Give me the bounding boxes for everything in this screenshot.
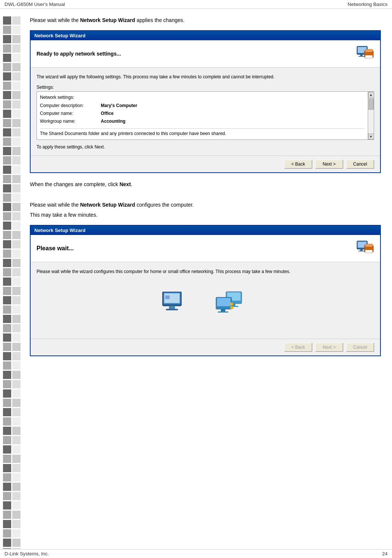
svg-rect-17 <box>166 309 178 310</box>
workgroup-value: Accounting <box>101 119 125 124</box>
dialog2-body: Please wait... Please wait while the w <box>31 235 380 355</box>
svg-rect-9 <box>360 249 363 251</box>
apply-text: To apply these settings, click Next. <box>37 144 374 150</box>
section3-bold: Network Setup Wizard <box>80 202 135 208</box>
section1-intro-bold: Network Setup Wizard <box>80 17 135 23</box>
settings-box-inner: Network settings: Computer description: … <box>40 95 371 136</box>
section3-text2: This may take a few minutes. <box>30 211 381 219</box>
section1-intro: Please wait while the Network Setup Wiza… <box>30 16 381 24</box>
dialog1-header-text: Ready to apply network settings... <box>37 51 121 57</box>
footer-right: 24 <box>382 551 388 557</box>
left-decoration <box>0 13 26 557</box>
svg-rect-13 <box>365 250 373 253</box>
wizard-icon-2 <box>356 239 374 257</box>
network-setup-wizard-dialog-2: Network Setup Wizard Please wait... <box>30 225 381 356</box>
svg-point-28 <box>230 302 233 305</box>
computer-description-row: Computer description: Mary's Computer <box>40 102 365 109</box>
dialog1-header-section: Ready to apply network settings... <box>31 40 380 68</box>
page-footer: D-Link Systems, Inc. 24 <box>0 549 392 558</box>
page-header: DWL-G650M User's Manual Networking Basic… <box>0 0 392 9</box>
dialog2-header-section: Please wait... <box>31 235 380 262</box>
dialog1-titlebar: Network Setup Wizard <box>31 31 380 40</box>
workgroup-label: Workgroup name: <box>40 118 100 125</box>
svg-rect-19 <box>165 295 170 299</box>
computer-name-label: Computer name: <box>40 110 100 117</box>
dialog1-description: The wizard will apply the following sett… <box>37 73 374 80</box>
dialog2-back-button: < Back <box>284 343 312 352</box>
computers-area <box>37 282 374 333</box>
shared-text: The Shared Documents folder and any prin… <box>40 128 365 136</box>
main-content: Please wait while the Network Setup Wiza… <box>0 9 392 558</box>
network-setup-wizard-dialog-1: Network Setup Wizard Ready to apply netw… <box>30 30 381 173</box>
svg-rect-25 <box>217 298 231 306</box>
dialog1-title-text: Network Setup Wizard <box>34 33 85 38</box>
settings-label: Settings: <box>37 85 374 90</box>
computer-description-value: Mary's Computer <box>101 103 137 108</box>
dialog1-cancel-button[interactable]: Cancel <box>346 160 374 169</box>
footer-left: D-Link Systems, Inc. <box>4 551 49 557</box>
svg-rect-10 <box>358 251 364 251</box>
dialog2-footer: < Back Next > Cancel <box>31 339 380 355</box>
dialog1-footer: < Back Next > Cancel <box>31 156 380 172</box>
dialog1-next-button[interactable]: Next > <box>315 160 343 169</box>
dialog2-header-text: Please wait... <box>37 245 74 252</box>
dialog1-main: The wizard will apply the following sett… <box>31 68 380 156</box>
content-area: Please wait while the Network Setup Wiza… <box>26 13 392 557</box>
dialog2-cancel-button: Cancel <box>346 343 374 352</box>
dialog1-back-button[interactable]: < Back <box>284 160 312 169</box>
dialog2-body-text: Please wait while the wizard configures … <box>37 268 374 275</box>
single-computer <box>161 292 183 316</box>
single-computer-icon <box>161 292 183 316</box>
svg-rect-3 <box>358 56 364 57</box>
svg-rect-5 <box>365 49 373 52</box>
svg-rect-12 <box>365 244 373 247</box>
svg-rect-26 <box>221 309 225 311</box>
svg-rect-16 <box>169 306 175 309</box>
network-settings-title: Network settings: <box>40 95 365 100</box>
scrollbar[interactable]: ▲ ▼ <box>368 92 374 140</box>
computer-name-row: Computer name: Office <box>40 110 365 117</box>
dialog2-next-button: Next > <box>315 343 343 352</box>
dialog1-body: Ready to apply network settings... <box>31 40 380 172</box>
between-text: When the changes are complete, click Nex… <box>30 181 381 188</box>
section3-intro: Please wait while the Network Setup Wiza… <box>30 201 381 209</box>
dialog2-title-text: Network Setup Wizard <box>34 228 85 233</box>
settings-box: Network settings: Computer description: … <box>37 91 374 140</box>
dialog2-titlebar: Network Setup Wizard <box>31 226 380 235</box>
header-left: DWL-G650M User's Manual <box>4 1 65 7</box>
svg-rect-2 <box>360 54 363 56</box>
network-computers <box>213 290 250 318</box>
dialog2-main: Please wait while the wizard configures … <box>31 262 380 339</box>
header-right: Networking Basics <box>348 1 388 7</box>
next-bold: Next <box>119 181 131 187</box>
computer-name-value: Office <box>101 111 113 116</box>
svg-rect-27 <box>218 311 228 313</box>
network-computers-icon <box>213 290 250 318</box>
wizard-icon <box>356 45 374 63</box>
workgroup-row: Workgroup name: Accounting <box>40 118 365 125</box>
scrollbar-thumb[interactable] <box>369 98 374 110</box>
scrollbar-down-button[interactable]: ▼ <box>368 134 374 140</box>
svg-rect-6 <box>365 55 373 58</box>
scrollbar-up-button[interactable]: ▲ <box>368 92 374 98</box>
computer-description-label: Computer description: <box>40 102 100 109</box>
